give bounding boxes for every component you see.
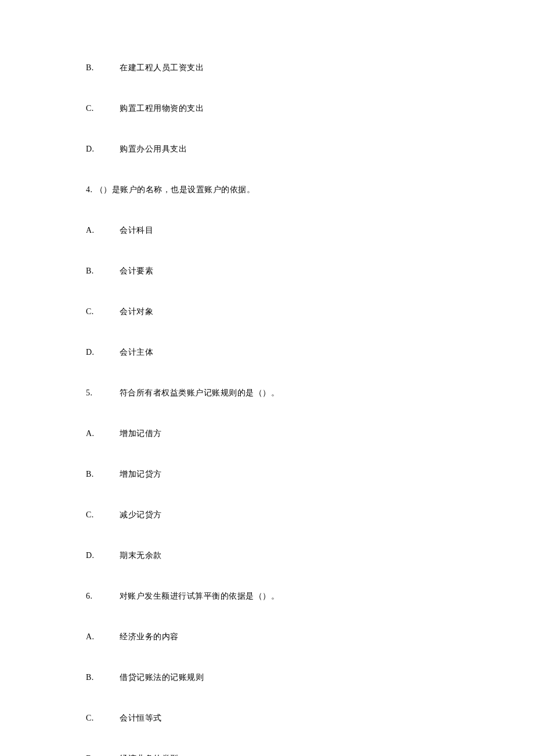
question-number: 5. [86, 389, 93, 397]
question-4: 4. （）是账户的名称，也是设置账户的依据。 [86, 186, 448, 194]
option-label: B. [86, 470, 117, 478]
option-text: 会计主体 [120, 348, 153, 357]
question-6: 6. 对账户发生额进行试算平衡的依据是（）。 [86, 592, 448, 600]
option-text: 购置办公用具支出 [120, 145, 187, 153]
option-text: 会计科目 [120, 226, 153, 235]
option-text: 会计要素 [120, 267, 153, 275]
option-text: 减少记贷方 [120, 510, 162, 519]
option-label: D. [86, 145, 117, 153]
option-label: A. [86, 226, 117, 235]
option-label: A. [86, 430, 117, 438]
question-5: 5. 符合所有者权益类账户记账规则的是（）。 [86, 389, 448, 397]
option-label: A. [86, 633, 117, 641]
option-line: D. 期末无余款 [86, 552, 448, 560]
option-line: D. 购置办公用具支出 [86, 145, 448, 153]
question-text: 符合所有者权益类账户记账规则的是（）。 [120, 388, 280, 397]
option-label: D. [86, 552, 117, 560]
option-label: C. [86, 308, 117, 316]
question-number: 4. [86, 186, 93, 194]
option-label: B. [86, 674, 117, 682]
option-text: 借贷记账法的记账规则 [120, 673, 204, 682]
option-line: A. 会计科目 [86, 226, 448, 235]
option-line: A. 经济业务的内容 [86, 633, 448, 641]
option-label: C. [86, 105, 117, 113]
option-line: C. 减少记贷方 [86, 511, 448, 519]
option-line: B. 在建工程人员工资支出 [86, 64, 448, 72]
option-line: C. 会计恒等式 [86, 714, 448, 722]
option-text: 购置工程用物资的支出 [120, 104, 204, 113]
option-text: 会计恒等式 [120, 714, 162, 722]
option-line: B. 增加记贷方 [86, 470, 448, 478]
question-text: 对账户发生额进行试算平衡的依据是（）。 [120, 592, 280, 600]
option-line: A. 增加记借方 [86, 430, 448, 438]
option-text: 增加记贷方 [120, 470, 162, 478]
option-text: 增加记借方 [120, 429, 162, 438]
option-label: C. [86, 714, 117, 722]
option-label: B. [86, 267, 117, 275]
question-number: 6. [86, 592, 93, 600]
option-line: B. 会计要素 [86, 267, 448, 275]
option-line: C. 购置工程用物资的支出 [86, 105, 448, 113]
option-text: 会计对象 [120, 307, 153, 316]
option-label: C. [86, 511, 117, 519]
option-line: C. 会计对象 [86, 308, 448, 316]
option-line: B. 借贷记账法的记账规则 [86, 674, 448, 682]
option-label: D. [86, 348, 117, 357]
option-text: 期末无余款 [120, 551, 162, 560]
question-text: （）是账户的名称，也是设置账户的依据。 [95, 185, 255, 194]
option-line: D. 会计主体 [86, 348, 448, 357]
option-label: B. [86, 64, 117, 72]
option-text: 在建工程人员工资支出 [120, 63, 204, 72]
option-text: 经济业务的内容 [120, 632, 179, 641]
